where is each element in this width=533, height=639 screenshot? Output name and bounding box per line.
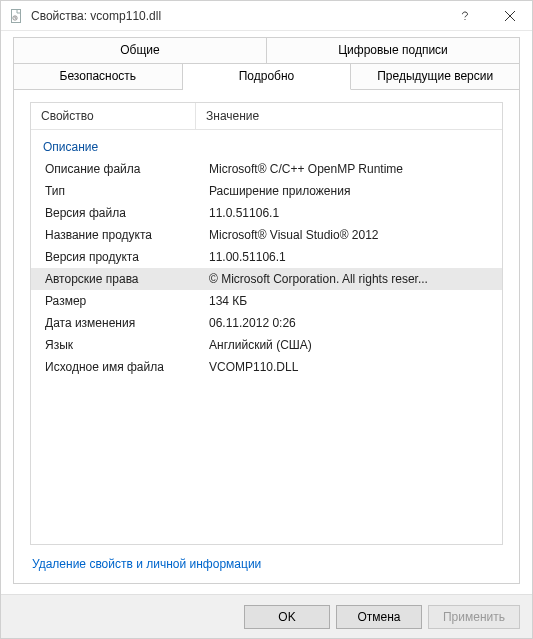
help-button[interactable] bbox=[442, 1, 487, 30]
svg-point-4 bbox=[464, 18, 465, 19]
property-list[interactable]: Свойство Значение Описание Описание файл… bbox=[30, 102, 503, 545]
property-value: Microsoft® Visual Studio® 2012 bbox=[209, 227, 502, 243]
property-name: Язык bbox=[31, 337, 209, 353]
file-icon bbox=[9, 8, 25, 24]
remove-properties-link[interactable]: Удаление свойств и личной информации bbox=[32, 557, 261, 571]
property-value: VCOMP110.DLL bbox=[209, 359, 502, 375]
property-row[interactable]: Название продуктаMicrosoft® Visual Studi… bbox=[31, 224, 502, 246]
ok-button[interactable]: OK bbox=[244, 605, 330, 629]
cancel-button[interactable]: Отмена bbox=[336, 605, 422, 629]
group-header-description: Описание bbox=[31, 134, 502, 158]
property-name: Авторские права bbox=[31, 271, 209, 287]
property-name: Версия продукта bbox=[31, 249, 209, 265]
property-name: Дата изменения bbox=[31, 315, 209, 331]
property-row[interactable]: Авторские права© Microsoft Corporation. … bbox=[31, 268, 502, 290]
property-row[interactable]: ТипРасширение приложения bbox=[31, 180, 502, 202]
property-value: Английский (США) bbox=[209, 337, 502, 353]
titlebar: Свойства: vcomp110.dll bbox=[1, 1, 532, 31]
property-value: © Microsoft Corporation. All rights rese… bbox=[209, 271, 502, 287]
property-row[interactable]: Версия продукта11.00.51106.1 bbox=[31, 246, 502, 268]
property-value: 134 КБ bbox=[209, 293, 502, 309]
property-value: 06.11.2012 0:26 bbox=[209, 315, 502, 331]
property-row[interactable]: Исходное имя файлаVCOMP110.DLL bbox=[31, 356, 502, 378]
properties-dialog: Свойства: vcomp110.dll Общие Цифровые по… bbox=[0, 0, 533, 639]
property-name: Исходное имя файла bbox=[31, 359, 209, 375]
window-title: Свойства: vcomp110.dll bbox=[31, 9, 442, 23]
tab-details[interactable]: Подробно bbox=[183, 63, 352, 90]
tab-strip: Общие Цифровые подписи Безопасность Подр… bbox=[1, 31, 532, 90]
close-button[interactable] bbox=[487, 1, 532, 30]
tab-previous-versions[interactable]: Предыдущие версии bbox=[351, 63, 520, 90]
property-name: Размер bbox=[31, 293, 209, 309]
property-row[interactable]: Описание файлаMicrosoft® C/C++ OpenMP Ru… bbox=[31, 158, 502, 180]
tab-digital-signatures[interactable]: Цифровые подписи bbox=[267, 37, 520, 63]
property-value: 11.0.51106.1 bbox=[209, 205, 502, 221]
apply-button[interactable]: Применить bbox=[428, 605, 520, 629]
property-row[interactable]: Дата изменения06.11.2012 0:26 bbox=[31, 312, 502, 334]
property-row[interactable]: ЯзыкАнглийский (США) bbox=[31, 334, 502, 356]
column-header-property[interactable]: Свойство bbox=[31, 103, 196, 129]
property-row[interactable]: Размер134 КБ bbox=[31, 290, 502, 312]
svg-line-3 bbox=[15, 18, 16, 19]
button-bar: OK Отмена Применить bbox=[1, 594, 532, 638]
property-name: Версия файла bbox=[31, 205, 209, 221]
property-value: Microsoft® C/C++ OpenMP Runtime bbox=[209, 161, 502, 177]
tab-security[interactable]: Безопасность bbox=[13, 63, 183, 90]
property-name: Тип bbox=[31, 183, 209, 199]
property-name: Название продукта bbox=[31, 227, 209, 243]
property-name: Описание файла bbox=[31, 161, 209, 177]
window-buttons bbox=[442, 1, 532, 30]
tab-content: Свойство Значение Описание Описание файл… bbox=[13, 90, 520, 584]
property-value: 11.00.51106.1 bbox=[209, 249, 502, 265]
property-list-header: Свойство Значение bbox=[31, 103, 502, 130]
tab-general[interactable]: Общие bbox=[13, 37, 267, 63]
property-value: Расширение приложения bbox=[209, 183, 502, 199]
property-row[interactable]: Версия файла11.0.51106.1 bbox=[31, 202, 502, 224]
column-header-value[interactable]: Значение bbox=[196, 103, 502, 129]
property-list-body: Описание Описание файлаMicrosoft® C/C++ … bbox=[31, 130, 502, 386]
